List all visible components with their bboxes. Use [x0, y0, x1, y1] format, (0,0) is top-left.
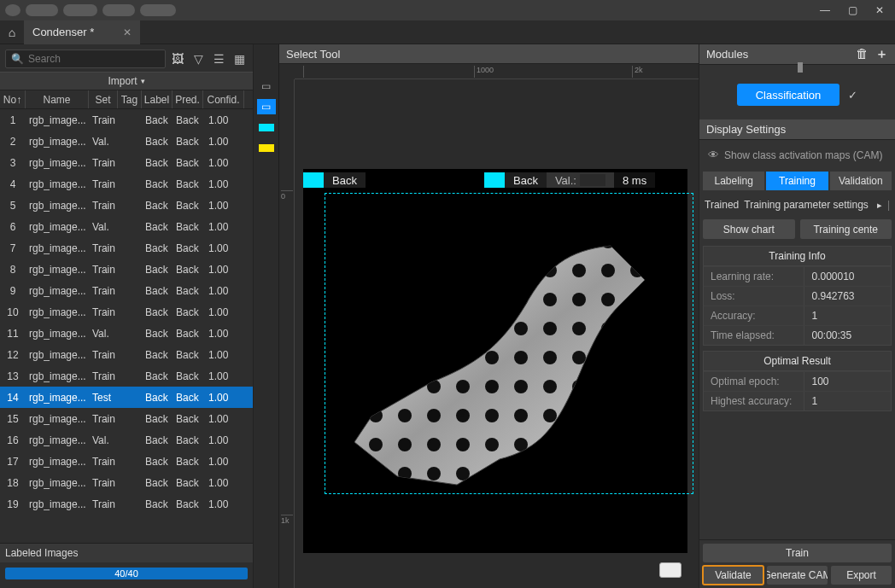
cell-set: Test [89, 387, 118, 408]
table-row[interactable]: 1rgb_image...TrainBackBack1.00 [0, 109, 253, 131]
class-yellow-swatch[interactable] [257, 140, 276, 155]
cell-label: Back [142, 216, 173, 237]
trash-icon[interactable]: 🗑 [856, 46, 869, 62]
validate-button[interactable]: Validate [703, 566, 763, 585]
cell-tag [118, 131, 142, 152]
table-body: 1rgb_image...TrainBackBack1.002rgb_image… [0, 109, 253, 543]
table-row[interactable]: 13rgb_image...TrainBackBack1.00 [0, 365, 253, 387]
cell-name: rgb_image... [26, 131, 89, 152]
project-tab[interactable]: Condenser * ✕ [24, 20, 140, 44]
cell-label: Back [142, 173, 173, 195]
keyboard-icon[interactable] [659, 562, 681, 578]
cell-tag [118, 472, 142, 493]
part-image [303, 169, 687, 553]
add-icon[interactable]: ＋ [875, 46, 888, 62]
cell-no: 8 [0, 259, 26, 280]
viewport-title: Select Tool [279, 44, 699, 64]
maximize-button[interactable]: ▢ [840, 2, 864, 19]
table-row[interactable]: 7rgb_image...TrainBackBack1.00 [0, 237, 253, 259]
module-slider[interactable] [699, 65, 895, 70]
cell-pred: Back [173, 323, 203, 344]
grid-icon[interactable]: ▦ [231, 50, 248, 67]
cell-set: Train [89, 280, 118, 301]
minimize-button[interactable]: — [813, 2, 837, 19]
cell-set: Train [89, 152, 118, 173]
cell-no: 4 [0, 173, 26, 195]
cell-pred: Back [173, 152, 203, 173]
cell-label: Back [142, 109, 173, 131]
class-swatch [484, 172, 505, 188]
filter-icon[interactable]: ▽ [190, 50, 207, 67]
close-window-button[interactable]: ✕ [868, 2, 892, 19]
table-row[interactable]: 5rgb_image...TrainBackBack1.00 [0, 195, 253, 216]
table-row[interactable]: 3rgb_image...TrainBackBack1.00 [0, 152, 253, 173]
col-set[interactable]: Set [89, 90, 118, 108]
col-pred[interactable]: Pred. [173, 90, 203, 108]
table-row[interactable]: 18rgb_image...TrainBackBack1.00 [0, 472, 253, 493]
cell-tag [118, 173, 142, 195]
table-row[interactable]: 14rgb_image...TestBackBack1.00 [0, 387, 253, 408]
table-row[interactable]: 19rgb_image...TrainBackBack1.00 [0, 493, 253, 515]
eye-icon: 👁 [708, 148, 719, 161]
cell-tag [118, 429, 142, 451]
col-label[interactable]: Label [142, 90, 173, 108]
prediction-chip-group: Back Val.: 8 ms [484, 172, 655, 188]
cell-tag [118, 451, 142, 472]
tab-training[interactable]: Training [766, 172, 828, 190]
train-button[interactable]: Train [703, 544, 892, 562]
cell-no: 15 [0, 408, 26, 429]
table-row[interactable]: 2rgb_image...Val.BackBack1.00 [0, 131, 253, 152]
table-row[interactable]: 6rgb_image...Val.BackBack1.00 [0, 216, 253, 237]
col-tag[interactable]: Tag [118, 90, 142, 108]
table-row[interactable]: 8rgb_image...TrainBackBack1.00 [0, 259, 253, 280]
cam-toggle[interactable]: 👁 Show class activation maps (CAM) [699, 140, 895, 172]
modules-panel: Modules 🗑 ＋ Classification ✓ Display Set… [699, 44, 895, 588]
cell-tag [118, 408, 142, 429]
table-row[interactable]: 9rgb_image...TrainBackBack1.00 [0, 280, 253, 301]
cell-conf: 1.00 [203, 344, 244, 365]
table-row[interactable]: 17rgb_image...TrainBackBack1.00 [0, 451, 253, 472]
select-tool[interactable]: ▭ [257, 99, 276, 114]
generate-cam-button[interactable]: Generate CAM [767, 566, 828, 585]
cell-no: 7 [0, 237, 26, 259]
export-button[interactable]: Export [831, 566, 892, 585]
cell-set: Val. [89, 216, 118, 237]
table-row[interactable]: 11rgb_image...Val.BackBack1.00 [0, 323, 253, 344]
col-name[interactable]: Name [26, 90, 89, 108]
col-no[interactable]: No↑ [0, 90, 26, 108]
search-input[interactable]: 🔍 Search [5, 49, 166, 68]
cell-pred: Back [173, 493, 203, 515]
canvas-stage[interactable]: Back Back Val.: 8 ms [295, 79, 699, 588]
show-chart-button[interactable]: Show chart [703, 219, 795, 239]
cell-pred: Back [173, 408, 203, 429]
table-row[interactable]: 4rgb_image...TrainBackBack1.00 [0, 173, 253, 195]
cell-tag [118, 493, 142, 515]
search-icon: 🔍 [11, 53, 24, 65]
trained-label: Trained [705, 199, 739, 211]
training-param-settings[interactable]: Training parameter settings [744, 199, 869, 211]
cell-name: rgb_image... [26, 493, 89, 515]
training-center-button[interactable]: Training cente [800, 219, 892, 239]
col-conf[interactable]: Confid. [203, 90, 244, 108]
class-cyan-swatch[interactable] [257, 119, 276, 135]
cell-no: 5 [0, 195, 26, 216]
tab-labeling[interactable]: Labeling [703, 172, 764, 190]
marquee-tool[interactable]: ▭ [257, 79, 276, 94]
cell-set: Train [89, 451, 118, 472]
classification-module-button[interactable]: Classification [737, 84, 840, 106]
cell-name: rgb_image... [26, 344, 89, 365]
table-row[interactable]: 16rgb_image...Val.BackBack1.00 [0, 429, 253, 451]
image-icon[interactable]: 🖼 [169, 50, 186, 67]
table-row[interactable]: 10rgb_image...TrainBackBack1.00 [0, 301, 253, 323]
import-dropdown[interactable]: Import ▾ [0, 72, 253, 90]
cell-pred: Back [173, 216, 203, 237]
cell-label: Back [142, 259, 173, 280]
list-icon[interactable]: ☰ [210, 50, 227, 67]
cell-conf: 1.00 [203, 451, 244, 472]
home-button[interactable]: ⌂ [0, 20, 24, 44]
table-row[interactable]: 12rgb_image...TrainBackBack1.00 [0, 344, 253, 365]
close-tab-button[interactable]: ✕ [123, 26, 132, 38]
table-row[interactable]: 15rgb_image...TrainBackBack1.00 [0, 408, 253, 429]
ms-chip: 8 ms [614, 172, 655, 188]
tab-validation[interactable]: Validation [830, 172, 892, 190]
